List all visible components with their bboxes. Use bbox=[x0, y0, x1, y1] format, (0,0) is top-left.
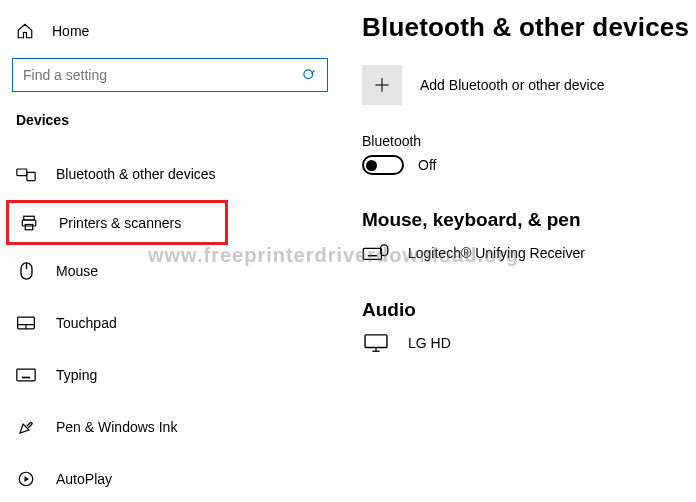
device-row-audio[interactable]: LG HD bbox=[362, 333, 696, 353]
sidebar-item-label: Pen & Windows Ink bbox=[56, 419, 177, 435]
sidebar-item-printers[interactable]: Printers & scanners bbox=[6, 200, 228, 245]
sidebar-item-label: Typing bbox=[56, 367, 97, 383]
device-name: Logitech® Unifying Receiver bbox=[408, 245, 585, 261]
device-row-receiver[interactable]: Logitech® Unifying Receiver bbox=[362, 243, 696, 263]
sidebar-item-pen[interactable]: Pen & Windows Ink bbox=[10, 401, 330, 453]
autoplay-icon bbox=[16, 470, 36, 488]
svg-rect-6 bbox=[25, 224, 33, 229]
svg-rect-12 bbox=[17, 369, 35, 381]
settings-window: Home Devices Bluetooth & other devices P… bbox=[0, 0, 696, 502]
sidebar-item-mouse[interactable]: Mouse bbox=[10, 245, 330, 297]
sidebar: Home Devices Bluetooth & other devices P… bbox=[0, 0, 340, 502]
touchpad-icon bbox=[16, 315, 36, 331]
add-device-label: Add Bluetooth or other device bbox=[420, 77, 604, 93]
device-name: LG HD bbox=[408, 335, 451, 351]
search-icon bbox=[302, 68, 317, 83]
plus-icon bbox=[362, 65, 402, 105]
toggle-knob bbox=[366, 160, 377, 171]
search-field[interactable] bbox=[23, 67, 302, 83]
sidebar-item-label: Mouse bbox=[56, 263, 98, 279]
sidebar-item-typing[interactable]: Typing bbox=[10, 349, 330, 401]
bluetooth-label: Bluetooth bbox=[362, 133, 696, 149]
bluetooth-devices-icon bbox=[16, 166, 36, 182]
sidebar-item-label: Bluetooth & other devices bbox=[56, 166, 216, 182]
mouse-icon bbox=[16, 261, 36, 281]
sidebar-section-title: Devices bbox=[10, 112, 330, 148]
pen-icon bbox=[16, 418, 36, 436]
sidebar-item-autoplay[interactable]: AutoPlay bbox=[10, 453, 330, 502]
sidebar-item-label: Touchpad bbox=[56, 315, 117, 331]
section-mouse-title: Mouse, keyboard, & pen bbox=[362, 209, 696, 231]
svg-rect-3 bbox=[27, 172, 35, 180]
bluetooth-toggle[interactable] bbox=[362, 155, 404, 175]
section-audio-title: Audio bbox=[362, 299, 696, 321]
svg-rect-22 bbox=[363, 248, 381, 259]
sidebar-item-label: AutoPlay bbox=[56, 471, 112, 487]
sidebar-item-label: Printers & scanners bbox=[59, 215, 181, 231]
sidebar-item-touchpad[interactable]: Touchpad bbox=[10, 297, 330, 349]
home-button[interactable]: Home bbox=[10, 18, 330, 58]
svg-point-0 bbox=[304, 69, 313, 78]
main-panel: Bluetooth & other devices Add Bluetooth … bbox=[340, 0, 696, 502]
bluetooth-state: Off bbox=[418, 157, 436, 173]
sidebar-nav: Bluetooth & other devices Printers & sca… bbox=[10, 148, 330, 502]
svg-rect-25 bbox=[365, 335, 387, 348]
keyboard-icon bbox=[16, 368, 36, 382]
bluetooth-toggle-row: Off bbox=[362, 155, 696, 175]
add-device-button[interactable]: Add Bluetooth or other device bbox=[362, 65, 696, 105]
page-title: Bluetooth & other devices bbox=[362, 12, 696, 43]
printer-icon bbox=[19, 214, 39, 232]
home-icon bbox=[16, 22, 34, 40]
svg-marker-19 bbox=[25, 476, 30, 482]
svg-rect-5 bbox=[22, 220, 36, 226]
search-input[interactable] bbox=[12, 58, 328, 92]
keyboard-mouse-icon bbox=[362, 243, 390, 263]
svg-rect-2 bbox=[17, 169, 27, 176]
home-label: Home bbox=[52, 23, 89, 39]
sidebar-item-bluetooth[interactable]: Bluetooth & other devices bbox=[10, 148, 330, 200]
monitor-icon bbox=[362, 333, 390, 353]
